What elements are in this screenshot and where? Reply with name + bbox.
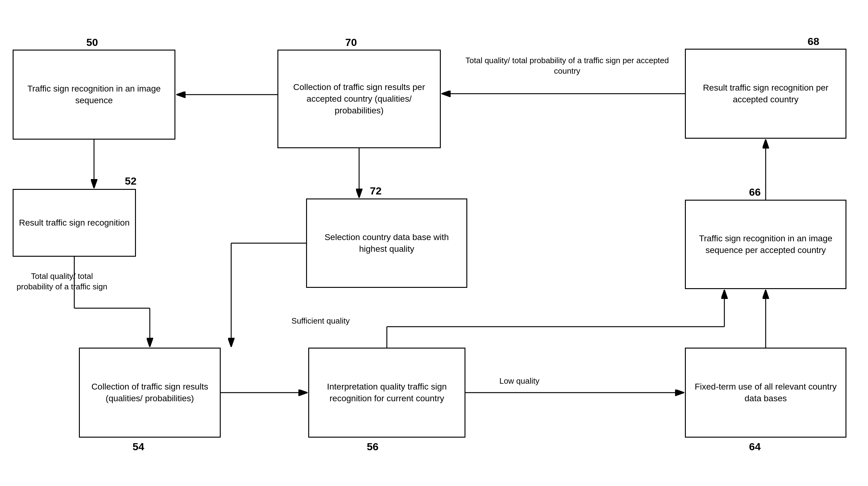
diagram-container: Traffic sign recognition in an image seq… bbox=[0, 0, 868, 486]
label-sufficient-quality: Sufficient quality bbox=[268, 316, 373, 326]
box-64: Fixed-term use of all relevant country d… bbox=[685, 348, 846, 438]
ref-54: 54 bbox=[132, 441, 144, 453]
box-70: Collection of traffic sign results per a… bbox=[277, 50, 441, 148]
box-66: Traffic sign recognition in an image seq… bbox=[685, 200, 846, 289]
label-low-quality: Low quality bbox=[481, 376, 558, 386]
ref-70: 70 bbox=[345, 36, 357, 48]
box-52: Result traffic sign recognition bbox=[13, 189, 136, 257]
ref-66: 66 bbox=[749, 186, 761, 198]
ref-68: 68 bbox=[808, 35, 819, 47]
ref-56: 56 bbox=[367, 441, 378, 453]
ref-50: 50 bbox=[86, 36, 98, 48]
label-total-quality: Total quality/ total probability of a tr… bbox=[13, 271, 111, 292]
label-total-quality-accepted: Total quality/ total probability of a tr… bbox=[459, 56, 675, 76]
ref-64: 64 bbox=[749, 441, 761, 453]
ref-52: 52 bbox=[125, 175, 136, 187]
box-54: Collection of traffic sign results (qual… bbox=[79, 348, 221, 438]
ref-72: 72 bbox=[370, 185, 381, 197]
box-68: Result traffic sign recognition per acce… bbox=[685, 49, 846, 139]
box-72: Selection country data base with highest… bbox=[306, 198, 467, 288]
box-56: Interpretation quality traffic sign reco… bbox=[308, 348, 465, 438]
box-50: Traffic sign recognition in an image seq… bbox=[13, 50, 176, 140]
